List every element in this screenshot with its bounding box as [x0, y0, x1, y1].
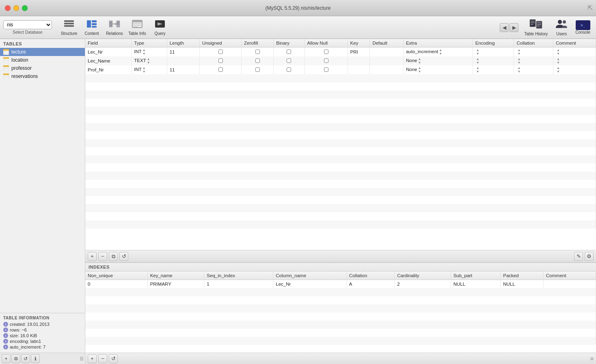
table-icon-lecture: [3, 49, 9, 55]
comment-cell: ▲▼: [553, 47, 596, 57]
toolbar-relations-button[interactable]: Relations: [104, 18, 125, 37]
type-stepper[interactable]: ▲▼: [147, 57, 150, 65]
structure-row-empty: [85, 99, 596, 107]
add-index-button[interactable]: +: [88, 354, 97, 363]
allownull-cell[interactable]: [304, 65, 348, 74]
history-icon: [529, 19, 542, 32]
allownull-cell[interactable]: [304, 47, 348, 57]
structure-row-empty: [85, 155, 596, 164]
idx-collation: A: [346, 280, 395, 288]
table-history-button[interactable]: Table History: [522, 17, 550, 38]
encoding-cell: ▲▼: [473, 47, 514, 57]
content-icon: [86, 19, 97, 30]
structure-row[interactable]: Lec_Nr INT▲▼ 11 PRI auto_increment▲▼ ▲▼ …: [85, 47, 596, 57]
structure-table-wrapper[interactable]: Field Type Length Unsigned Zerofill Bina…: [85, 39, 596, 250]
unsigned-cell[interactable]: [200, 65, 242, 74]
info-icon-rows: i: [3, 327, 8, 332]
svg-rect-10: [110, 25, 112, 26]
svg-rect-20: [133, 26, 138, 27]
sidebar-settings-button[interactable]: ⚙: [11, 354, 20, 363]
allownull-cell[interactable]: [304, 56, 348, 65]
enc-stepper[interactable]: ▲▼: [476, 48, 479, 56]
table-item-lecture[interactable]: lecture: [0, 48, 85, 56]
db-selector[interactable]: nis Select Database: [3, 20, 52, 34]
index-row-empty: [85, 304, 596, 312]
type-cell: INT▲▼: [132, 47, 167, 57]
toolbar-structure-button[interactable]: Structure: [58, 18, 80, 37]
structure-row-empty: [85, 82, 596, 90]
enc-stepper[interactable]: ▲▼: [476, 57, 479, 65]
coll-stepper[interactable]: ▲▼: [517, 66, 520, 73]
structure-row-empty: [85, 180, 596, 188]
table-item-location[interactable]: location: [0, 56, 85, 64]
table-item-reservations[interactable]: reservations: [0, 72, 85, 80]
toolbar-query-button[interactable]: Query: [149, 18, 171, 37]
main-layout: TABLES lecture: [0, 39, 596, 364]
table-list: lecture location: [0, 48, 85, 313]
structure-row-empty: [85, 90, 596, 99]
window-controls[interactable]: [5, 5, 28, 11]
zerofill-cell[interactable]: [241, 56, 273, 65]
binary-cell[interactable]: [274, 47, 304, 57]
extra-stepper[interactable]: ▲▼: [418, 57, 421, 65]
sidebar-refresh-button[interactable]: ↺: [21, 354, 30, 363]
zerofill-cell[interactable]: [241, 65, 273, 74]
binary-cell[interactable]: [274, 65, 304, 74]
structure-table: Field Type Length Unsigned Zerofill Bina…: [85, 39, 596, 228]
extra-stepper[interactable]: ▲▼: [418, 66, 421, 73]
zerofill-cell[interactable]: [241, 47, 273, 57]
unsigned-cell[interactable]: [200, 56, 242, 65]
duplicate-field-button[interactable]: ⧉: [109, 252, 118, 261]
toolbar-content-button[interactable]: Content: [81, 18, 102, 37]
table-item-professor[interactable]: professor: [0, 64, 85, 72]
index-row-empty: [85, 312, 596, 321]
svg-point-32: [563, 20, 566, 24]
type-stepper[interactable]: ▲▼: [143, 66, 146, 73]
resize-icon[interactable]: ⇱: [587, 4, 593, 12]
collation-cell: ▲▼: [514, 65, 553, 74]
nav-forward[interactable]: ▶: [510, 23, 518, 32]
svg-rect-12: [117, 22, 119, 23]
toolbar-tableinfo-button[interactable]: Table Info: [127, 18, 148, 37]
console-button[interactable]: >_ Console: [573, 19, 593, 36]
idx-col-subpart: Sub_part: [451, 271, 501, 280]
coll-stepper[interactable]: ▲▼: [517, 48, 520, 56]
comment-stepper[interactable]: ▲▼: [557, 66, 560, 73]
close-button[interactable]: [5, 5, 11, 11]
nav-arrows[interactable]: ◀ ▶: [500, 23, 518, 32]
settings-button[interactable]: ⚙: [585, 252, 594, 261]
extra-stepper[interactable]: ▲▼: [439, 48, 442, 56]
sidebar-add-button[interactable]: +: [2, 354, 11, 363]
index-row[interactable]: 0 PRIMARY 1 Lec_Nr A 2 NULL NULL: [85, 280, 596, 288]
coll-stepper[interactable]: ▲▼: [517, 57, 520, 65]
structure-row[interactable]: Prof_Nr INT▲▼ 11 None▲▼ ▲▼ ▲▼ ▲▼: [85, 65, 596, 74]
remove-field-button[interactable]: −: [98, 252, 107, 261]
db-select-input[interactable]: nis: [3, 20, 52, 29]
indexes-table-wrapper[interactable]: Non_unique Key_name Seq_in_index Column_…: [85, 271, 596, 353]
refresh-indexes-button[interactable]: ↺: [109, 354, 118, 363]
users-button[interactable]: Users: [553, 17, 570, 38]
unsigned-cell[interactable]: [200, 47, 242, 57]
index-row-empty: [85, 321, 596, 329]
info-encoding: i encoding: latin1: [3, 339, 82, 344]
add-field-button[interactable]: +: [88, 252, 97, 261]
col-default: Default: [370, 39, 404, 47]
remove-index-button[interactable]: −: [98, 354, 107, 363]
edit-button[interactable]: ✎: [574, 252, 583, 261]
sidebar-info-button[interactable]: ℹ: [31, 354, 40, 363]
type-stepper[interactable]: ▲▼: [143, 48, 146, 56]
svg-rect-18: [133, 23, 141, 24]
structure-row[interactable]: Lec_Name TEXT▲▼ None▲▼ ▲▼ ▲▼ ▲▼: [85, 56, 596, 65]
svg-rect-43: [3, 61, 9, 61]
comment-stepper[interactable]: ▲▼: [557, 57, 560, 65]
binary-cell[interactable]: [274, 56, 304, 65]
info-icon-size: i: [3, 333, 8, 338]
enc-stepper[interactable]: ▲▼: [476, 66, 479, 73]
comment-stepper[interactable]: ▲▼: [557, 48, 560, 56]
nav-back[interactable]: ◀: [500, 23, 509, 32]
minimize-button[interactable]: [13, 5, 19, 11]
maximize-button[interactable]: [22, 5, 28, 11]
table-name-lecture: lecture: [11, 49, 26, 55]
col-encoding: Encoding: [473, 39, 514, 47]
refresh-fields-button[interactable]: ↺: [119, 252, 128, 261]
